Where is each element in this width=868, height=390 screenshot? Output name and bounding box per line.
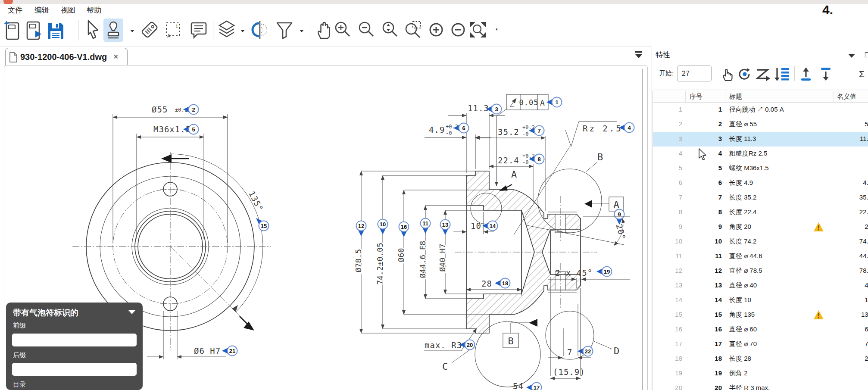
row-value: 22.4 bbox=[817, 208, 868, 215]
table-row[interactable]: 66长度 4.94.9 bbox=[653, 176, 868, 190]
comment-icon[interactable] bbox=[189, 19, 209, 43]
table-row[interactable]: 1010长度 74.274.2 bbox=[653, 234, 868, 249]
table-row[interactable]: 33长度 11.311.3 bbox=[653, 132, 868, 147]
table-row[interactable]: 1212直径 ⌀ 78.578.5 bbox=[653, 264, 868, 278]
filter-icon[interactable] bbox=[275, 19, 294, 43]
row-seq: 17 bbox=[715, 340, 722, 347]
tag-icon[interactable] bbox=[139, 19, 159, 43]
stamp-dropdown-icon[interactable] bbox=[130, 29, 135, 33]
mouse-cursor bbox=[698, 148, 709, 161]
svg-text:3: 3 bbox=[495, 106, 498, 112]
svg-text:D: D bbox=[614, 346, 619, 356]
table-row[interactable]: 1616直径 ⌀ 6060 bbox=[653, 322, 868, 337]
svg-text:B: B bbox=[508, 336, 513, 346]
tabbar-collapse-icon[interactable] bbox=[634, 50, 644, 60]
decrease-icon[interactable] bbox=[448, 19, 468, 43]
table-row[interactable]: 11径向跳动 ↗ 0.05 A bbox=[653, 103, 868, 117]
row-title: 螺纹 M36x1.5 bbox=[729, 164, 769, 172]
zoom-window-icon[interactable] bbox=[404, 19, 424, 43]
start-input[interactable] bbox=[677, 66, 712, 81]
row-value: 10 bbox=[817, 296, 868, 303]
filter-dropdown-icon[interactable] bbox=[299, 29, 304, 33]
zoom-fit-icon[interactable] bbox=[468, 19, 488, 43]
open-document-icon[interactable] bbox=[24, 19, 44, 43]
table-row[interactable]: 55螺纹 M36x1.5 bbox=[653, 161, 868, 176]
new-document-icon[interactable] bbox=[3, 19, 22, 43]
divider bbox=[653, 90, 653, 390]
row-seq: 11 bbox=[715, 252, 722, 259]
row-seq: 18 bbox=[715, 355, 722, 362]
row-number: 9 bbox=[679, 223, 682, 230]
zoom-dynamic-icon[interactable] bbox=[380, 19, 400, 43]
row-value: 2 bbox=[817, 369, 868, 377]
svg-text:11: 11 bbox=[422, 220, 428, 227]
refresh-icon[interactable] bbox=[737, 66, 753, 82]
table-row[interactable]: 44粗糙度Rz 2.5 bbox=[653, 147, 868, 161]
toolbar-overflow-icon[interactable] bbox=[494, 28, 499, 31]
svg-text:14: 14 bbox=[490, 223, 496, 229]
menu-file[interactable]: 文件 bbox=[8, 5, 22, 15]
pick-icon[interactable] bbox=[719, 66, 736, 82]
property-table-body: 11径向跳动 ↗ 0.05 A22直径 ⌀ 555533长度 11.311.34… bbox=[653, 103, 868, 390]
tab-close-icon[interactable]: × bbox=[113, 52, 119, 62]
sort-list-icon[interactable] bbox=[774, 66, 790, 82]
property-table-header: 序号 标题 名义值 bbox=[653, 90, 868, 103]
table-row[interactable]: 1414长度 1010 bbox=[653, 293, 868, 308]
svg-text:6: 6 bbox=[462, 125, 465, 131]
menu-view[interactable]: 视图 bbox=[61, 5, 75, 15]
table-row[interactable]: 99角度 2020 bbox=[653, 220, 868, 234]
row-seq: 16 bbox=[715, 325, 722, 333]
stamp-icon[interactable] bbox=[103, 19, 123, 43]
table-row[interactable]: 1111直径 ⌀ 44.644.6 bbox=[653, 249, 868, 264]
svg-text:16: 16 bbox=[401, 224, 407, 230]
row-number: 13 bbox=[675, 281, 682, 289]
svg-text:Ø6 H7: Ø6 H7 bbox=[194, 346, 221, 356]
layers-icon[interactable] bbox=[217, 19, 237, 43]
row-title: 长度 35.2 bbox=[729, 193, 756, 202]
menu-edit[interactable]: 编辑 bbox=[34, 5, 49, 15]
table-row[interactable]: 1717直径 ⌀ 7070 bbox=[653, 337, 868, 352]
prefix-input[interactable] bbox=[12, 334, 137, 346]
row-value: 60 bbox=[817, 325, 868, 333]
row-seq: 20 bbox=[715, 384, 722, 390]
balloon-panel-collapse-icon[interactable] bbox=[128, 310, 135, 314]
row-title: 倒角 2 bbox=[729, 369, 748, 378]
menu-help[interactable]: 帮助 bbox=[87, 5, 101, 15]
row-title: 长度 10 bbox=[729, 296, 751, 304]
increase-icon[interactable] bbox=[426, 19, 446, 43]
svg-text:20: 20 bbox=[467, 342, 473, 348]
properties-panel-dropdown-icon[interactable] bbox=[848, 54, 855, 58]
svg-text:1: 1 bbox=[555, 99, 558, 106]
row-title: 直径 ⌀ 70 bbox=[729, 340, 757, 348]
layers-dropdown-icon[interactable] bbox=[240, 29, 245, 33]
sum-icon[interactable]: Σ bbox=[859, 69, 865, 79]
mirror-proof-icon[interactable] bbox=[250, 19, 270, 43]
table-row[interactable]: 88长度 22.422.4 bbox=[653, 205, 868, 220]
row-number: 12 bbox=[675, 267, 682, 274]
z-sort-icon[interactable] bbox=[755, 66, 771, 82]
table-row[interactable]: 2020半径 R 3 max. bbox=[653, 381, 868, 390]
pan-hand-icon[interactable] bbox=[314, 19, 334, 43]
table-row[interactable]: 1515角度 135135 bbox=[653, 308, 868, 322]
svg-text:74.2±0.05: 74.2±0.05 bbox=[375, 243, 384, 285]
table-row[interactable]: 22直径 ⌀ 5555 bbox=[653, 117, 868, 132]
properties-panel-title: 特性 bbox=[656, 50, 670, 60]
row-number: 19 bbox=[675, 369, 682, 377]
marquee-select-icon[interactable]: 1 A bbox=[163, 19, 183, 43]
row-seq: 2 bbox=[718, 120, 722, 128]
table-row[interactable]: 1313直径 ⌀ 4040 bbox=[653, 278, 868, 293]
svg-text:B: B bbox=[597, 152, 603, 162]
row-seq: 19 bbox=[715, 369, 722, 377]
table-row[interactable]: 77长度 35.235.2 bbox=[653, 190, 868, 205]
move-top-icon[interactable] bbox=[798, 66, 814, 82]
zoom-in-icon[interactable] bbox=[333, 19, 353, 43]
zoom-out-icon[interactable] bbox=[356, 19, 376, 43]
table-row[interactable]: 1919倒角 22 bbox=[653, 366, 868, 381]
move-bottom-icon[interactable] bbox=[818, 66, 834, 82]
properties-panel-pin-icon[interactable]: ❐ bbox=[865, 51, 868, 59]
table-row[interactable]: 1818长度 2828 bbox=[653, 352, 868, 366]
save-icon[interactable] bbox=[46, 19, 66, 43]
select-cursor-icon[interactable] bbox=[83, 19, 103, 43]
tab-drawing-file[interactable]: 930-1200-406-V1.dwg × bbox=[5, 48, 128, 66]
suffix-input[interactable] bbox=[12, 363, 137, 376]
